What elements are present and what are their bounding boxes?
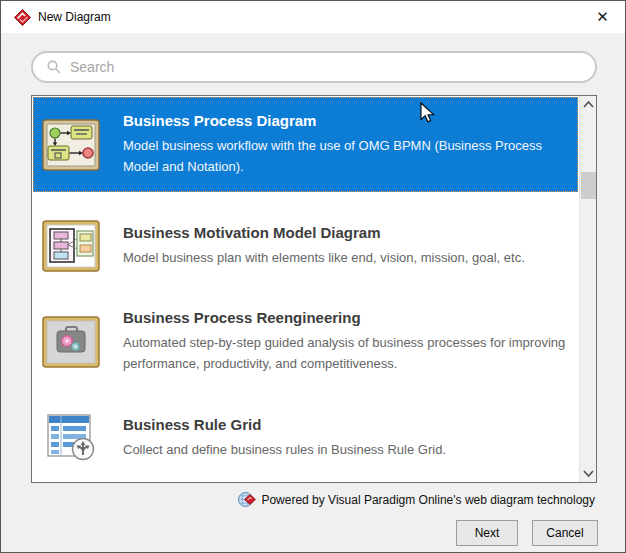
new-diagram-dialog: New Diagram ✕ — [0, 0, 626, 553]
next-button[interactable]: Next — [456, 520, 518, 546]
bpmn-diagram-icon — [42, 119, 100, 171]
scrollbar-thumb[interactable] — [581, 172, 596, 199]
close-icon[interactable]: ✕ — [580, 1, 625, 33]
search-input[interactable] — [70, 59, 550, 75]
search-icon — [47, 60, 61, 74]
window-title: New Diagram — [38, 10, 111, 24]
item-title: Business Process Diagram — [123, 112, 575, 129]
item-description: Collect and define business rules in Bus… — [123, 439, 575, 460]
scroll-down-icon[interactable] — [580, 465, 597, 482]
titlebar: New Diagram ✕ — [1, 1, 625, 33]
business-motivation-icon — [42, 220, 100, 272]
powered-by-text: Powered by Visual Paradigm Online's web … — [261, 493, 595, 507]
item-description: Automated step-by-step guided analysis o… — [123, 332, 575, 374]
diagram-type-list: Business Process Diagram Model business … — [31, 95, 597, 483]
visual-paradigm-logo-icon — [14, 9, 31, 26]
cancel-button[interactable]: Cancel — [532, 520, 598, 546]
list-item-business-motivation-model-diagram[interactable]: Business Motivation Model Diagram Model … — [33, 198, 578, 293]
item-title: Business Process Reengineering — [123, 309, 575, 326]
vertical-scrollbar[interactable] — [579, 96, 596, 482]
item-title: Business Motivation Model Diagram — [123, 224, 575, 241]
powered-by: Powered by Visual Paradigm Online's web … — [238, 491, 595, 508]
list-item-business-process-diagram[interactable]: Business Process Diagram Model business … — [33, 97, 578, 192]
visual-paradigm-online-icon — [238, 491, 256, 508]
list-item-business-process-reengineering[interactable]: Business Process Reengineering Automated… — [33, 294, 578, 389]
item-description: Model business plan with elements like e… — [123, 247, 575, 268]
business-rule-grid-icon — [42, 412, 100, 464]
list-item-business-rule-grid[interactable]: Business Rule Grid Collect and define bu… — [33, 390, 578, 485]
item-description: Model business workflow with the use of … — [123, 135, 575, 177]
business-process-reengineering-icon — [42, 316, 100, 368]
search-box — [31, 51, 597, 83]
item-title: Business Rule Grid — [123, 416, 575, 433]
scroll-up-icon[interactable] — [580, 96, 597, 113]
